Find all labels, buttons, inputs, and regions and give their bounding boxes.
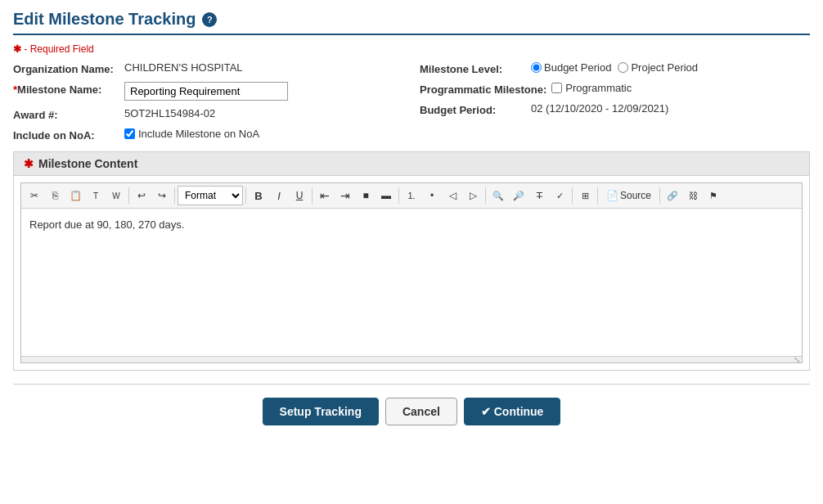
separator-8	[597, 187, 598, 204]
justify-button[interactable]: ▬	[376, 186, 396, 205]
cut-button[interactable]: ✂	[25, 186, 44, 205]
programmatic-label: Programmatic Milestone:	[420, 82, 546, 96]
separator-2	[174, 187, 175, 204]
include-noa-checkbox-label: Include Milestone on NoA	[138, 128, 259, 140]
programmatic-checkbox[interactable]	[551, 83, 562, 93]
milestone-level-radios: Budget Period Project Period	[531, 61, 810, 74]
remove-format-button[interactable]: T̶	[529, 186, 549, 205]
redo-button[interactable]: ↪	[152, 186, 172, 205]
flag-button[interactable]: ⚑	[704, 186, 723, 205]
include-noa-checkbox[interactable]	[124, 128, 135, 139]
paste-word-button[interactable]: W	[106, 186, 126, 205]
section-header: ✱ Milestone Content	[14, 152, 809, 176]
separator-9	[659, 187, 660, 204]
organization-label: Organization Name:	[13, 61, 119, 75]
award-value: 5OT2HL154984-02	[124, 107, 403, 119]
help-icon[interactable]: ?	[202, 12, 217, 27]
decrease-indent-button[interactable]: ◁	[443, 186, 462, 205]
editor-content[interactable]: Report due at 90, 180, 270 days.	[21, 209, 802, 356]
footer-buttons: Setup Tracking Cancel ✔ Continue	[13, 398, 810, 439]
underline-button[interactable]: U	[290, 186, 309, 205]
cancel-button[interactable]: Cancel	[385, 398, 457, 425]
budget-period-row: Budget Period: 02 (12/10/2020 - 12/09/20…	[420, 102, 810, 116]
unordered-list-button[interactable]: •	[422, 186, 442, 205]
budget-period-radio[interactable]	[531, 62, 542, 73]
award-label: Award #:	[13, 107, 119, 121]
resize-icon: ⤡	[794, 355, 800, 364]
required-notice: ✱ - Required Field	[13, 43, 810, 55]
increase-indent-button[interactable]: ▷	[463, 186, 483, 205]
format-select[interactable]: Format Heading 1 Heading 2 Normal	[178, 186, 243, 205]
source-label: Source	[620, 190, 651, 201]
programmatic-value: Programmatic	[551, 82, 810, 94]
find-replace-button[interactable]: 🔎	[509, 186, 528, 205]
budget-period-value: 02 (12/10/2020 - 12/09/2021)	[531, 102, 810, 115]
milestone-name-row: *Milestone Name:	[13, 82, 403, 101]
page-title-container: Edit Milestone Tracking ?	[13, 10, 810, 35]
table-button[interactable]: ⊞	[575, 186, 595, 205]
separator-4	[312, 187, 313, 204]
separator-3	[245, 187, 246, 204]
spell-check-button[interactable]: ✓	[550, 186, 569, 205]
paste-button[interactable]: 📋	[65, 186, 85, 205]
milestone-name-label: *Milestone Name:	[13, 82, 119, 96]
organization-value: CHILDREN'S HOSPITAL	[124, 61, 403, 74]
copy-button[interactable]: ⎘	[45, 186, 65, 205]
award-row: Award #: 5OT2HL154984-02	[13, 107, 403, 121]
include-noa-value: Include Milestone on NoA	[124, 128, 403, 140]
section-title: Milestone Content	[38, 157, 137, 170]
continue-button[interactable]: ✔ Continue	[464, 398, 561, 425]
programmatic-checkbox-label: Programmatic	[565, 82, 632, 94]
separator-5	[398, 187, 399, 204]
project-period-radio[interactable]	[618, 62, 628, 73]
editor-text: Report due at 90, 180, 270 days.	[29, 218, 184, 231]
separator-7	[572, 187, 573, 204]
milestone-content-section: ✱ Milestone Content ✂ ⎘ 📋 T W ↩ ↪ Forma	[13, 151, 810, 371]
bold-button[interactable]: B	[249, 186, 268, 205]
resize-handle[interactable]: ⤡	[21, 356, 802, 362]
project-period-radio-label[interactable]: Project Period	[618, 61, 698, 74]
page-title: Edit Milestone Tracking	[13, 10, 196, 29]
budget-period-label: Budget Period:	[420, 102, 526, 116]
align-left-button[interactable]: ⇤	[315, 186, 335, 205]
link-button[interactable]: 🔗	[663, 186, 682, 205]
programmatic-row: Programmatic Milestone: Programmatic	[420, 82, 810, 96]
align-right-button[interactable]: ■	[356, 186, 376, 205]
italic-button[interactable]: I	[269, 186, 289, 205]
milestone-level-label: Milestone Level:	[420, 61, 526, 75]
separator-6	[485, 187, 486, 204]
paste-text-button[interactable]: T	[86, 186, 106, 205]
milestone-name-input[interactable]	[124, 82, 288, 101]
align-center-button[interactable]: ⇥	[335, 186, 355, 205]
include-noa-label: Include on NoA:	[13, 128, 119, 142]
form-right: Milestone Level: Budget Period Project P…	[420, 61, 810, 142]
milestone-name-input-wrapper	[124, 82, 403, 101]
form-left: Organization Name: CHILDREN'S HOSPITAL *…	[13, 61, 403, 142]
unlink-button[interactable]: ⛓	[683, 186, 703, 205]
include-noa-row: Include on NoA: Include Milestone on NoA	[13, 128, 403, 142]
separator-1	[128, 187, 129, 204]
undo-button[interactable]: ↩	[132, 186, 151, 205]
find-button[interactable]: 🔍	[488, 186, 508, 205]
source-icon: 📄	[606, 190, 618, 201]
ordered-list-button[interactable]: 1.	[402, 186, 421, 205]
organization-row: Organization Name: CHILDREN'S HOSPITAL	[13, 61, 403, 75]
milestone-level-row: Milestone Level: Budget Period Project P…	[420, 61, 810, 75]
source-button[interactable]: 📄 Source	[600, 186, 657, 205]
editor-container: ✂ ⎘ 📋 T W ↩ ↪ Format Heading 1 Heading 2…	[20, 182, 803, 363]
setup-tracking-button[interactable]: Setup Tracking	[263, 398, 379, 425]
editor-toolbar: ✂ ⎘ 📋 T W ↩ ↪ Format Heading 1 Heading 2…	[21, 183, 802, 209]
footer-divider	[13, 384, 810, 385]
budget-period-radio-label[interactable]: Budget Period	[531, 61, 611, 74]
form-grid: Organization Name: CHILDREN'S HOSPITAL *…	[13, 61, 810, 142]
